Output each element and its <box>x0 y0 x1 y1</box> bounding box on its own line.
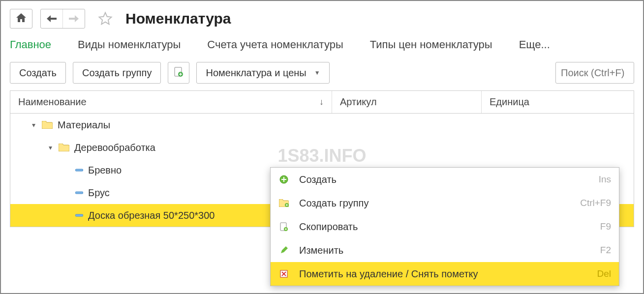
cell-name: ▾ Материалы <box>10 119 332 131</box>
row-label: Бревно <box>88 165 122 176</box>
cm-create-group-shortcut: Ctrl+F9 <box>580 198 611 208</box>
cm-copy[interactable]: Скопировать F9 <box>271 215 619 238</box>
back-button[interactable] <box>41 9 62 28</box>
tab-types[interactable]: Виды номенклатуры <box>78 38 181 51</box>
delete-mark-icon <box>278 270 289 278</box>
cm-edit-shortcut: F2 <box>600 245 611 256</box>
collapse-toggle-icon[interactable]: ▾ <box>47 144 54 151</box>
col-article-label: Артикул <box>340 96 377 108</box>
sort-asc-icon: ↓ <box>319 97 324 107</box>
row-label: Материалы <box>58 119 110 131</box>
svg-rect-4 <box>75 214 83 216</box>
cm-create-group[interactable]: Создать группу Ctrl+F9 <box>271 191 619 215</box>
chevron-down-icon: ▼ <box>314 69 320 76</box>
table-row[interactable]: ▾ Деревообработка <box>10 136 634 159</box>
home-icon <box>16 13 26 25</box>
tab-main[interactable]: Главное <box>10 38 51 51</box>
row-label: Брус <box>88 187 110 199</box>
toolbar: Создать Создать группу Номенклатура и це… <box>1 62 643 90</box>
folder-icon <box>59 144 69 151</box>
create-button[interactable]: Создать <box>10 62 66 84</box>
nomenclature-prices-label: Номенклатура и цены <box>206 67 306 79</box>
cm-edit[interactable]: Изменить F2 <box>271 238 619 262</box>
tab-price-types[interactable]: Типы цен номенклатуры <box>370 38 492 51</box>
table-row[interactable]: ▾ Материалы <box>10 114 634 136</box>
forward-button <box>63 9 85 28</box>
item-icon <box>75 168 83 172</box>
cm-mark-delete-shortcut: Del <box>597 268 611 279</box>
col-article[interactable]: Артикул <box>332 91 482 113</box>
row-label: Деревообработка <box>74 142 155 153</box>
cm-create-label: Создать <box>299 174 589 185</box>
cm-create-group-label: Создать группу <box>299 198 570 209</box>
cm-edit-label: Изменить <box>299 245 590 256</box>
cm-copy-shortcut: F9 <box>600 221 611 232</box>
col-name[interactable]: Наименование ↓ <box>10 91 332 113</box>
plus-circle-icon <box>278 175 289 184</box>
search-input[interactable] <box>555 62 634 84</box>
col-name-label: Наименование <box>18 96 87 108</box>
tabs-bar: Главное Виды номенклатуры Счета учета но… <box>1 31 643 62</box>
svg-rect-3 <box>75 192 83 194</box>
item-icon <box>75 213 83 217</box>
folder-plus-icon <box>278 199 289 207</box>
cm-copy-label: Скопировать <box>299 221 590 233</box>
home-button[interactable] <box>10 9 32 29</box>
pencil-icon <box>278 246 289 254</box>
collapse-toggle-icon[interactable]: ▾ <box>30 121 37 129</box>
nomenclature-prices-dropdown[interactable]: Номенклатура и цены ▼ <box>196 62 329 84</box>
col-unit[interactable]: Единица <box>482 91 634 113</box>
favorite-star-icon[interactable] <box>98 11 113 26</box>
cell-name: ▾ Деревообработка <box>10 142 332 153</box>
create-group-button[interactable]: Создать группу <box>73 62 161 84</box>
col-unit-label: Единица <box>490 96 529 108</box>
context-menu: Создать Ins Создать группу Ctrl+F9 Скопи… <box>270 167 619 286</box>
nav-group <box>40 9 85 29</box>
copy-doc-button[interactable] <box>168 62 189 84</box>
folder-icon <box>42 121 53 129</box>
row-label: Доска обрезная 50*250*300 <box>88 210 215 221</box>
tab-more[interactable]: Еще... <box>519 38 550 51</box>
svg-rect-2 <box>75 169 83 171</box>
cm-create[interactable]: Создать Ins <box>271 168 619 191</box>
table-header: Наименование ↓ Артикул Единица <box>10 91 634 114</box>
document-plus-icon <box>174 67 183 79</box>
cm-create-shortcut: Ins <box>599 174 611 185</box>
document-plus-icon <box>278 222 289 231</box>
item-icon <box>75 191 83 195</box>
cm-mark-delete[interactable]: Пометить на удаление / Снять пометку Del <box>271 262 619 286</box>
cm-mark-delete-label: Пометить на удаление / Снять пометку <box>299 268 587 280</box>
tab-accounts[interactable]: Счета учета номенклатуры <box>207 38 343 51</box>
page-title: Номенклатура <box>125 10 231 27</box>
